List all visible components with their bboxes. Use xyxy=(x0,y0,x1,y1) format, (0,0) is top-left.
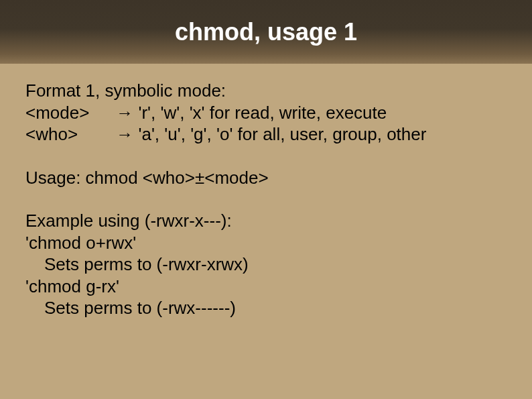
who-row: <who> → 'a', 'u', 'g', 'o' for all, user… xyxy=(25,123,507,146)
example-heading: Example using (-rwxr-x---): xyxy=(25,210,507,232)
usage-line: Usage: chmod <who>±<mode> xyxy=(25,167,507,189)
slide-content: Format 1, symbolic mode: <mode> → 'r', '… xyxy=(0,64,532,319)
gap-1 xyxy=(25,146,507,167)
mode-row: <mode> → 'r', 'w', 'x' for read, write, … xyxy=(25,102,507,124)
title-bar: chmod, usage 1 xyxy=(0,0,532,64)
example2-cmd: 'chmod g-rx' xyxy=(25,276,507,298)
mode-key: <mode> xyxy=(25,102,111,124)
gap-2 xyxy=(25,188,507,210)
example2-result: Sets perms to (-rwx------) xyxy=(25,297,507,319)
example1-cmd: 'chmod o+rwx' xyxy=(25,232,507,254)
who-key: <who> xyxy=(25,123,111,146)
who-desc: → 'a', 'u', 'g', 'o' for all, user, grou… xyxy=(116,123,426,146)
format-line: Format 1, symbolic mode: xyxy=(25,80,507,102)
slide-title: chmod, usage 1 xyxy=(175,18,357,46)
mode-desc: → 'r', 'w', 'x' for read, write, execute xyxy=(116,102,387,124)
slide: chmod, usage 1 Format 1, symbolic mode: … xyxy=(0,0,532,399)
example1-result: Sets perms to (-rwxr-xrwx) xyxy=(25,253,507,276)
